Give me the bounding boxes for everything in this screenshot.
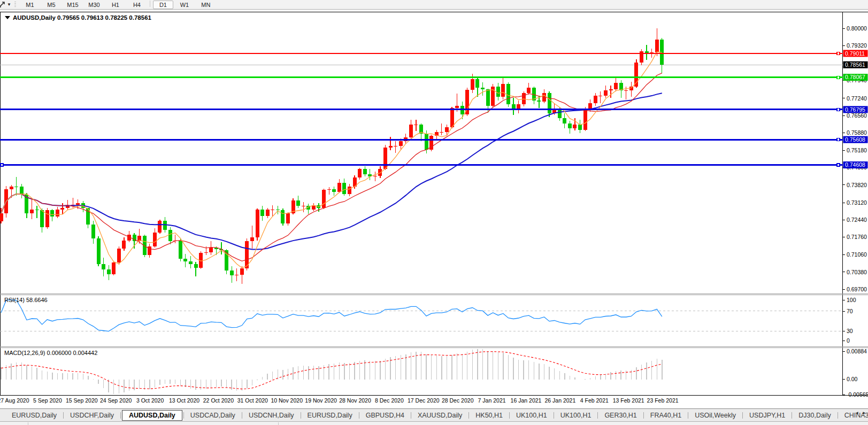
tab-scroll-controls: ◄ ► — [855, 411, 866, 415]
svg-text:13 Oct 2020: 13 Oct 2020 — [169, 397, 199, 404]
tab-separator — [742, 412, 743, 419]
tab-separator — [468, 412, 469, 419]
svg-text:0.79011: 0.79011 — [845, 50, 865, 57]
timeframe-button-m1[interactable]: M1 — [20, 1, 40, 9]
svg-text:4 Feb 2021: 4 Feb 2021 — [580, 397, 609, 404]
svg-text:0.69700: 0.69700 — [847, 286, 867, 292]
hline-handle[interactable] — [837, 164, 840, 166]
chart-title: AUDUSD,Daily 0.79565 0.79613 0.78225 0.7… — [13, 14, 152, 21]
timeframe-button-h1[interactable]: H1 — [105, 1, 126, 9]
tab-scroll-left-icon[interactable]: ◄ — [855, 411, 859, 415]
svg-text:24 Sep 2020: 24 Sep 2020 — [100, 397, 132, 404]
tab-separator — [509, 412, 510, 419]
svg-text:0.00884: 0.00884 — [847, 348, 867, 354]
candlestick-series[interactable] — [0, 28, 664, 284]
svg-text:28 Nov 2020: 28 Nov 2020 — [339, 397, 371, 404]
rsi-line — [1, 300, 662, 331]
chart-tab-usoil-weekly[interactable]: USOil,Weekly — [689, 410, 741, 421]
svg-text:0.75180: 0.75180 — [847, 147, 867, 153]
chart-tab-usdjpy-h1[interactable]: USDJPY,H1 — [744, 410, 790, 421]
rsi-pane: 10070300 — [0, 297, 856, 344]
chart-tab-usdcnh-daily[interactable]: USDCNH,Daily — [243, 410, 299, 421]
tab-separator — [838, 412, 838, 419]
svg-text:7 Jan 2021: 7 Jan 2021 — [478, 397, 506, 404]
timeframe-button-mn[interactable]: MN — [196, 1, 216, 9]
chart-tab-ger30-h1[interactable]: GER30,H1 — [599, 410, 642, 421]
chart-tab-hk50-h1[interactable]: HK50,H1 — [470, 410, 508, 421]
hline-handle[interactable] — [837, 52, 840, 55]
hline-handle[interactable] — [837, 138, 840, 141]
chart-tab-eurusd-daily[interactable]: EURUSD,Daily — [6, 410, 62, 421]
chart-tab-xauusd-daily[interactable]: XAUUSD,Daily — [412, 410, 467, 421]
svg-text:0.75608: 0.75608 — [845, 136, 865, 143]
svg-text:26 Jan 2021: 26 Jan 2021 — [544, 397, 575, 404]
chart-tab-audusd-daily[interactable]: AUDUSD,Daily — [122, 410, 182, 421]
macd-indicator-label: MACD(12,26,9) 0.006000 0.004442 — [4, 350, 97, 356]
svg-text:0.73120: 0.73120 — [847, 199, 867, 206]
svg-text:16 Jan 2021: 16 Jan 2021 — [511, 397, 542, 404]
timeframe-button-h4[interactable]: H4 — [127, 1, 147, 9]
svg-text:13 Feb 2021: 13 Feb 2021 — [613, 397, 644, 404]
ma-fast-line — [1, 52, 662, 268]
timeframe-button-m5[interactable]: M5 — [41, 1, 62, 9]
tab-separator — [63, 412, 64, 419]
macd-pane: 0.008840.00-0.005651 — [1, 348, 868, 398]
svg-text:0.70380: 0.70380 — [847, 269, 867, 275]
chart-tab-uk100-h1[interactable]: UK100,H1 — [511, 410, 552, 421]
svg-text:0.78561: 0.78561 — [845, 61, 865, 68]
svg-text:15 Sep 2020: 15 Sep 2020 — [66, 397, 98, 404]
tab-scroll-right-icon[interactable]: ► — [862, 411, 866, 415]
chart-tab-fra40-h1[interactable]: FRA40,H1 — [645, 410, 687, 421]
svg-text:5 Sep 2020: 5 Sep 2020 — [33, 397, 62, 404]
status-separator — [278, 422, 279, 425]
macd-signal-line — [1, 352, 662, 389]
timeframe-toolbar: ▼ M1M5M15M30H1H4D1W1MN — [0, 0, 868, 10]
svg-text:27 Aug 2020: 27 Aug 2020 — [0, 397, 29, 404]
svg-text:0.78067: 0.78067 — [845, 74, 865, 80]
chart-tab-bar: EURUSD,DailyUSDCHF,DailyAUDUSD,DailyUSDC… — [0, 408, 868, 421]
tab-separator — [554, 412, 554, 419]
tab-separator — [183, 412, 184, 419]
tab-separator — [242, 412, 242, 419]
chart-title-triangle-icon[interactable] — [5, 16, 10, 19]
svg-text:0.73820: 0.73820 — [847, 182, 867, 188]
hline-handle[interactable] — [837, 76, 840, 79]
timeframe-button-m30[interactable]: M30 — [84, 1, 104, 9]
svg-text:0.76795: 0.76795 — [845, 106, 865, 113]
timeframe-button-d1[interactable]: D1 — [153, 1, 173, 9]
chart-tab-eurusd-daily[interactable]: EURUSD,Daily — [302, 410, 358, 421]
chart-tab-gbpusd-h4[interactable]: GBPUSD,H4 — [360, 410, 410, 421]
svg-text:10 Nov 2020: 10 Nov 2020 — [271, 397, 303, 404]
svg-text:0.72440: 0.72440 — [847, 217, 867, 223]
svg-text:0.71060: 0.71060 — [847, 251, 867, 258]
svg-text:31 Oct 2020: 31 Oct 2020 — [237, 397, 268, 404]
svg-text:100: 100 — [847, 297, 856, 303]
svg-text:70: 70 — [847, 308, 853, 314]
rsi-indicator-label: RSI(14) 58.6646 — [4, 297, 48, 303]
tab-separator — [120, 412, 121, 419]
timeframe-button-m15[interactable]: M15 — [63, 1, 83, 9]
chevron-down-icon[interactable]: ▼ — [7, 2, 11, 7]
chart-tab-usdchf-daily[interactable]: USDCHF,Daily — [65, 410, 119, 421]
svg-text:0.00: 0.00 — [847, 376, 858, 382]
mt4-terminal-window: 0.800000.793200.779400.772400.765600.758… — [0, 0, 868, 425]
hline-handle[interactable] — [837, 108, 840, 111]
date-axis: 27 Aug 20205 Sep 202015 Sep 202024 Sep 2… — [0, 397, 679, 404]
hline-handle[interactable] — [1, 164, 3, 166]
chart-tab-uk100-h1[interactable]: UK100,H1 — [555, 410, 597, 421]
svg-text:17 Dec 2020: 17 Dec 2020 — [408, 397, 440, 404]
horizontal-lines[interactable] — [0, 52, 843, 166]
chart-tab-usdcad-daily[interactable]: USDCAD,Daily — [185, 410, 241, 421]
svg-text:0.80000: 0.80000 — [847, 25, 867, 32]
tab-separator — [359, 412, 359, 419]
chart-tab-dj30-daily[interactable]: DJ30,Daily — [793, 410, 836, 421]
svg-text:19 Nov 2020: 19 Nov 2020 — [305, 397, 337, 404]
chart-canvas[interactable]: 0.800000.793200.779400.772400.765600.758… — [0, 0, 868, 425]
svg-text:0.74608: 0.74608 — [845, 161, 865, 168]
svg-text:0.76560: 0.76560 — [847, 112, 867, 119]
svg-text:0: 0 — [847, 337, 850, 344]
crosshair-cursor-icon[interactable] — [0, 1, 6, 8]
toolbar-grip-handle[interactable] — [14, 2, 16, 8]
timeframe-button-w1[interactable]: W1 — [174, 1, 195, 9]
svg-text:3 Oct 2020: 3 Oct 2020 — [136, 397, 164, 404]
